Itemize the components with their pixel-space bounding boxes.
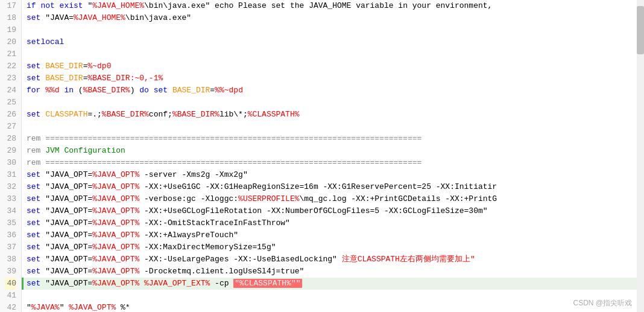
code-line: for %%d in (%BASE_DIR%) do set BASE_DIR=… (27, 84, 639, 97)
code-container: 1718192021222324252627282930313233343536… (0, 0, 644, 312)
line-number: 17 (5, 0, 16, 12)
line-number: 37 (5, 241, 16, 253)
line-number: 30 (5, 157, 16, 169)
code-line: rem ====================================… (27, 157, 639, 169)
code-area: 1718192021222324252627282930313233343536… (0, 0, 644, 312)
line-number: 22 (5, 60, 16, 72)
line-number: 36 (5, 229, 16, 241)
scrollbar-thumb[interactable] (637, 6, 644, 54)
code-line: set "JAVA_OPT=%JAVA_OPT% -XX:+AlwaysPreT… (27, 229, 639, 241)
code-line: set BASE_DIR=%BASE_DIR:~0,-1% (27, 72, 639, 84)
code-line: set "JAVA_OPT=%JAVA_OPT% -Drocketmq.clie… (27, 266, 639, 278)
code-line (27, 24, 639, 36)
line-number: 20 (5, 36, 16, 48)
line-number: 26 (5, 109, 16, 121)
line-number: 41 (5, 290, 16, 302)
code-line: set "JAVA_OPT=%JAVA_OPT% -XX:-UseLargePa… (27, 253, 639, 266)
code-line (27, 121, 639, 133)
code-line: set "JAVA_OPT=%JAVA_OPT% -XX:+UseGCLogFi… (27, 205, 639, 217)
code-line: set "JAVA_OPT=%JAVA_OPT% -verbose:gc -Xl… (27, 193, 639, 205)
watermark: CSDN @指尖听戏 (573, 298, 632, 308)
line-number: 33 (5, 193, 16, 205)
line-numbers: 1718192021222324252627282930313233343536… (0, 0, 22, 312)
code-line: set "JAVA_OPT=%JAVA_OPT% %JAVA_OPT_EXT% … (22, 278, 639, 290)
line-number: 23 (5, 72, 16, 84)
scrollbar[interactable] (637, 0, 644, 312)
code-line: set "JAVA_OPT=%JAVA_OPT% -XX:+UseG1GC -X… (27, 181, 639, 193)
line-number: 39 (5, 266, 16, 278)
code-line: set BASE_DIR=%~dp0 (27, 60, 639, 72)
line-number: 21 (5, 48, 16, 60)
code-line: rem ====================================… (27, 133, 639, 145)
line-number: 31 (5, 169, 16, 181)
line-number: 24 (5, 84, 16, 97)
code-line (27, 97, 639, 109)
code-line: set CLASSPATH=.;%BASE_DIR%conf;%BASE_DIR… (27, 109, 639, 121)
line-number: 25 (5, 97, 16, 109)
line-number: 40 (5, 278, 16, 290)
code-line (27, 290, 639, 302)
code-line: set "JAVA_OPT=%JAVA_OPT% -XX:MaxDirectMe… (27, 241, 639, 253)
line-number: 28 (5, 133, 16, 145)
line-number: 34 (5, 205, 16, 217)
line-number: 35 (5, 217, 16, 229)
line-number: 27 (5, 121, 16, 133)
code-line (27, 48, 639, 60)
code-line: "%JAVA%" %JAVA_OPT% %* (27, 302, 639, 312)
code-line: setlocal (27, 36, 639, 48)
code-line: rem JVM Configuration (27, 145, 639, 157)
line-number: 19 (5, 24, 16, 36)
line-number: 38 (5, 253, 16, 266)
code-content[interactable]: if not exist "%JAVA_HOME%\bin\java.exe" … (22, 0, 644, 312)
line-number: 32 (5, 181, 16, 193)
code-line: if not exist "%JAVA_HOME%\bin\java.exe" … (27, 0, 639, 12)
line-number: 29 (5, 145, 16, 157)
code-line: set "JAVA=%JAVA_HOME%\bin\java.exe" (27, 12, 639, 24)
code-line: set "JAVA_OPT=%JAVA_OPT% -server -Xms2g … (27, 169, 639, 181)
line-number: 18 (5, 12, 16, 24)
line-number: 42 (5, 302, 16, 312)
code-line: set "JAVA_OPT=%JAVA_OPT% -XX:-OmitStackT… (27, 217, 639, 229)
